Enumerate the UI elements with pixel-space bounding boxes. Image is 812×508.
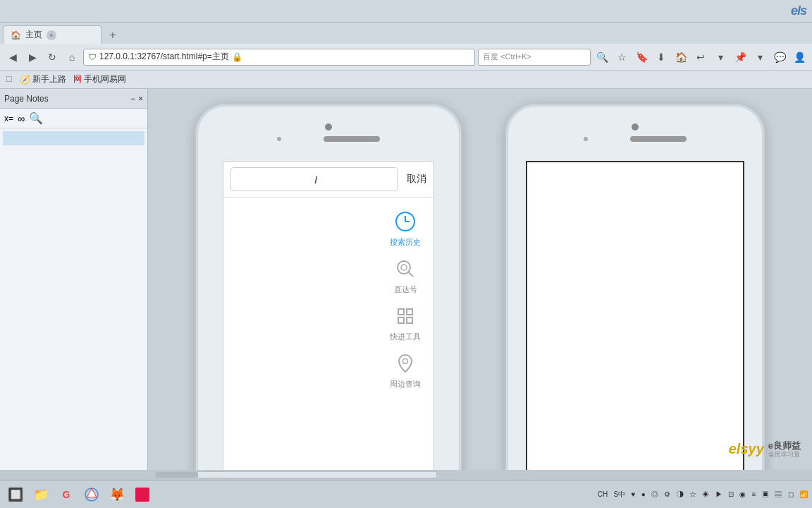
bookmark-icon-1: 🧭	[20, 75, 30, 85]
svg-rect-8	[398, 318, 404, 323]
phone-dot-left-1	[277, 137, 281, 141]
tools-label: 快进工具	[390, 332, 421, 342]
grid-icon	[393, 303, 418, 329]
bookmark-label-1: 新手上路	[32, 73, 66, 85]
direct-label: 直达号	[394, 284, 417, 295]
undo-button[interactable]: ↩	[692, 49, 709, 66]
nearby-label: 周边查询	[390, 379, 421, 389]
browser-window: els 🏠 主页 × + ◀ ▶ ↻ ⌂ 🛡 127.0.0.1:32767/s…	[0, 0, 812, 508]
phone-dot-left-2	[584, 137, 588, 141]
bookmark-icon-2: 网	[73, 73, 82, 85]
phone-search-bar: I 取消	[223, 162, 433, 198]
chat-button[interactable]: 💬	[771, 49, 788, 66]
new-tab-button[interactable]: +	[104, 27, 121, 44]
tab-bar: 🏠 主页 × +	[0, 23, 812, 44]
back-button[interactable]: ◀	[4, 49, 21, 66]
forward-button[interactable]: ▶	[24, 49, 41, 66]
taskbar-metro[interactable]	[131, 483, 154, 506]
svg-line-4	[408, 272, 413, 277]
notes-search-icon[interactable]: 🔍	[29, 111, 43, 125]
bookmark-xinshoulv[interactable]: 🧭 新手上路	[20, 73, 66, 85]
link-icon[interactable]: ∞	[18, 113, 25, 124]
user-button[interactable]: 👤	[791, 49, 808, 66]
close-panel-button[interactable]: ×	[138, 94, 143, 104]
search-placeholder: 百度 <Ctrl+K>	[483, 52, 531, 62]
search-button[interactable]: 🔍	[593, 49, 610, 66]
pin-button[interactable]: 📌	[732, 49, 749, 66]
taskbar-explorer[interactable]: 📁	[30, 483, 52, 506]
bookmark-star[interactable]: ☆	[613, 49, 630, 66]
x-label: x=	[4, 114, 13, 123]
phone-speaker-2	[630, 136, 687, 142]
more-back[interactable]: ▾	[712, 49, 729, 66]
taskbar-google[interactable]: G	[55, 483, 78, 506]
page-notes-title: Page Notes	[4, 94, 49, 104]
taskbar-chrome[interactable]	[80, 483, 103, 506]
svg-point-10	[403, 359, 408, 364]
sys-tray-text: CH S中 ♥ ● ◎ ⚙ ◑ ☆ ◈ ▶ ⊡ ◉ ≡ ▣ ▤ ◻ 📶	[598, 490, 808, 500]
phone-top-1	[196, 104, 461, 161]
clock-icon	[393, 209, 418, 234]
search-option-direct[interactable]: 直达号	[384, 256, 426, 295]
search-area[interactable]: 百度 <Ctrl+K>	[478, 49, 591, 66]
logo-sub: 全民学习算	[768, 451, 801, 459]
svg-rect-9	[407, 318, 412, 323]
notes-input-field[interactable]	[3, 131, 144, 145]
phone-dot-row-1	[277, 136, 380, 142]
phone-camera-1	[325, 123, 332, 131]
main-page-content: I 取消	[148, 89, 812, 470]
toolbar: ◀ ▶ ↻ ⌂ 🛡 127.0.0.1:32767/start.html#p=主…	[0, 44, 812, 71]
pin-icon	[393, 351, 418, 376]
shield-icon: 🛡	[88, 52, 97, 62]
horizontal-scrollbar[interactable]	[0, 470, 812, 480]
active-tab[interactable]: 🏠 主页 ×	[3, 25, 102, 44]
page-notes-panel: Page Notes − × x= ∞ 🔍	[0, 89, 148, 470]
phone-top-2	[506, 104, 764, 161]
tab-close-button[interactable]: ×	[47, 30, 56, 40]
logo-chinese: e良师益	[768, 440, 801, 452]
home-nav-button[interactable]: 🏠	[672, 49, 689, 66]
direct-icon	[393, 256, 418, 282]
taskbar-start[interactable]: 🔲	[4, 483, 27, 506]
bookmark-manage[interactable]: 🔖	[633, 49, 650, 66]
phone-camera-2	[632, 123, 639, 131]
page-notes-header: Page Notes − ×	[0, 89, 147, 109]
svg-rect-7	[407, 309, 412, 315]
logo-watermark: elsyy e良师益 全民学习算	[729, 440, 801, 459]
logo-text-block: e良师益 全民学习算	[768, 440, 801, 459]
bookmarks-bar: ☐ 🧭 新手上路 网 手机网易网	[0, 71, 812, 89]
scrollbar-track[interactable]	[155, 471, 437, 478]
phone-dot-row-2	[584, 136, 687, 142]
phone-screen-1: I 取消	[223, 161, 434, 470]
taskbar-right: CH S中 ♥ ● ◎ ⚙ ◑ ☆ ◈ ▶ ⊡ ◉ ≡ ▣ ▤ ◻ 📶	[598, 490, 808, 500]
tab-icon: 🏠	[11, 30, 21, 40]
history-label: 搜索历史	[390, 237, 421, 248]
search-option-tools[interactable]: 快进工具	[384, 303, 426, 342]
reload-button[interactable]: ↻	[44, 49, 61, 66]
svg-rect-6	[398, 309, 404, 315]
taskbar: 🔲 📁 G 🦊 CH S中 ♥ ● ◎ ⚙ ◑ ☆ ◈ ▶ ⊡ ◉ ≡ ▣ ▤ …	[0, 480, 812, 508]
address-text: 127.0.0.1:32767/start.html#p=主页	[99, 51, 229, 63]
address-bar[interactable]: 🛡 127.0.0.1:32767/start.html#p=主页 🔒	[83, 49, 475, 66]
scrollbar-thumb[interactable]	[156, 472, 198, 478]
phone-search-input[interactable]: I	[230, 167, 398, 191]
phone-screen-2	[526, 161, 744, 470]
bookmark-wangyi[interactable]: 网 手机网易网	[73, 73, 126, 85]
more-pin[interactable]: ▾	[751, 49, 768, 66]
phone-mockup-2	[505, 103, 765, 470]
phone-speaker-1	[324, 136, 380, 142]
bookmark-label-2: 手机网易网	[84, 73, 126, 85]
home-button[interactable]: ⌂	[63, 49, 80, 66]
taskbar-firefox[interactable]: 🦊	[106, 483, 128, 506]
ssl-icon: 🔒	[232, 52, 242, 62]
tab-title: 主页	[25, 29, 42, 41]
minimize-button[interactable]: −	[130, 94, 135, 104]
checkbox-icon: ☐	[6, 75, 13, 84]
download-button[interactable]: ⬇	[653, 49, 670, 66]
search-option-history[interactable]: 搜索历史	[384, 209, 426, 248]
notes-input-row	[0, 128, 147, 148]
search-options-list: 搜索历史 直达号	[223, 198, 433, 401]
titlebar: els	[0, 0, 812, 23]
search-option-nearby[interactable]: 周边查询	[384, 351, 426, 389]
cancel-button[interactable]: 取消	[404, 173, 426, 186]
